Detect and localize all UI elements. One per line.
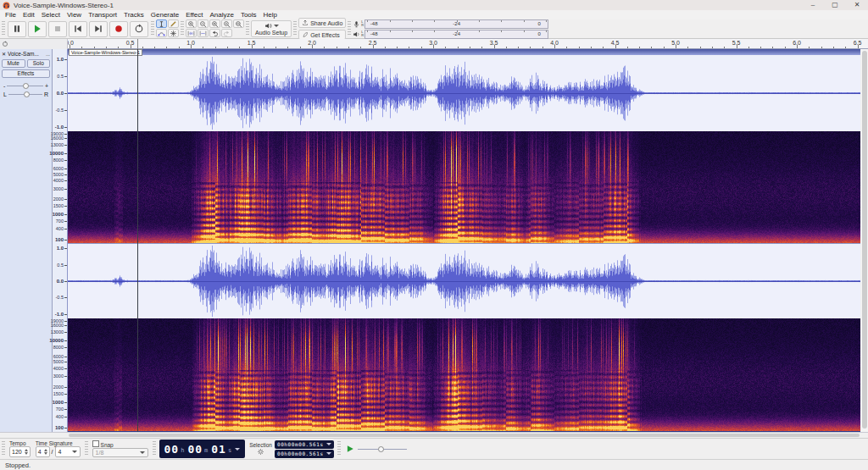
close-button[interactable]: ✕ (846, 0, 868, 10)
zoom-out-button[interactable] (198, 19, 209, 28)
beat-unit-select[interactable]: 4 (55, 446, 81, 457)
clip-name[interactable]: Voice-Sample-Windows-Stereo-1 (69, 49, 142, 56)
tools-toolbar-grip[interactable] (151, 21, 154, 36)
maximize-button[interactable]: ▢ (824, 0, 846, 10)
menu-analyze[interactable]: Analyze (206, 10, 236, 19)
tempo-down-icon[interactable] (25, 452, 28, 455)
play-speed-thumb[interactable] (378, 446, 384, 452)
edit-toolbar-grip[interactable] (181, 21, 184, 36)
beats-up-icon[interactable] (44, 449, 47, 451)
menu-file[interactable]: File (2, 10, 19, 19)
multi-tool-button[interactable] (168, 29, 179, 37)
selection-tool-button[interactable] (156, 19, 167, 28)
timeline-ruler[interactable]: 0.00.51.01.52.02.53.03.54.04.55.05.56.06… (0, 39, 868, 49)
meter-tick (412, 20, 413, 22)
snap-checkbox[interactable]: Snap (92, 440, 148, 448)
amp-tick (64, 248, 67, 249)
timeline-options[interactable] (0, 39, 68, 49)
mute-button[interactable]: Mute (2, 59, 25, 68)
vertical-scale-ruler[interactable]: 1.00.50.0-0.5-1.019000160001300010000800… (53, 49, 68, 432)
gear-icon[interactable] (257, 448, 264, 456)
share-toolbar-grip[interactable] (293, 21, 297, 36)
playback-meter-tick-label: -48 (370, 31, 378, 36)
zoom-toggle-button[interactable] (221, 19, 232, 28)
track-close-icon[interactable]: ✕ (2, 51, 6, 57)
menu-effect[interactable]: Effect (182, 10, 206, 19)
speaker-icon (353, 30, 360, 38)
gain-slider-thumb[interactable] (23, 83, 29, 89)
snap-checkbox-box[interactable] (92, 440, 99, 447)
clip-header[interactable]: Voice-Sample-Windows-Stereo-1 (68, 49, 860, 55)
horizontal-scrollbar-thumb[interactable] (69, 434, 860, 437)
pan-slider[interactable]: L R (0, 90, 52, 98)
audio-setup-button[interactable]: Audio Setup (251, 20, 292, 37)
tempo-input[interactable]: 120 (9, 446, 31, 457)
playback-meter[interactable]: LR -48-240 (353, 30, 548, 39)
time-digit-group[interactable]: 01 (211, 443, 226, 456)
time-signature-label: Time Signature (36, 440, 81, 446)
menu-tools[interactable]: Tools (237, 10, 260, 19)
transport-toolbar-grip[interactable] (2, 21, 5, 36)
silence-selection-button[interactable] (198, 29, 209, 37)
time-display-grip[interactable] (153, 441, 156, 456)
time-digit-group[interactable]: 00 (164, 443, 180, 456)
time-toolbar-grip[interactable] (2, 441, 5, 456)
play-at-speed-button[interactable] (346, 445, 354, 453)
time-digit-group[interactable]: 00 (187, 443, 203, 456)
minimize-button[interactable]: – (802, 0, 824, 10)
beats-input[interactable]: 4 (36, 446, 50, 457)
title-bar: Voice-Sample-Windows-Stereo-1 – ▢ ✕ (0, 0, 868, 10)
tempo-up-icon[interactable] (25, 449, 28, 451)
play-at-speed-grip[interactable] (337, 441, 341, 456)
menu-help[interactable]: Help (260, 10, 281, 19)
ruler-tick (833, 47, 834, 48)
selection-end-field[interactable]: 00h00m00.561s (275, 450, 334, 458)
trim-outside-selection-button[interactable] (186, 29, 197, 37)
stop-button[interactable] (48, 21, 67, 37)
solo-button[interactable]: Solo (27, 59, 51, 68)
audio-position-display[interactable]: 00h00m01s (159, 440, 246, 458)
record-button[interactable] (109, 21, 128, 37)
zoom-selection-button[interactable] (209, 19, 220, 28)
pan-slider-thumb[interactable] (24, 91, 30, 97)
menu-tracks[interactable]: Tracks (120, 10, 147, 19)
waveform-left-channel[interactable] (68, 55, 860, 131)
effects-button[interactable]: Effects (2, 69, 50, 78)
redo-button[interactable] (221, 29, 232, 37)
envelope-tool-button[interactable] (156, 29, 167, 37)
spectrogram-left-channel[interactable] (68, 131, 860, 244)
skip-to-end-button[interactable] (89, 21, 108, 37)
menu-edit[interactable]: Edit (19, 10, 38, 19)
play-speed-slider[interactable] (358, 449, 407, 450)
vertical-scrollbar-thumb[interactable] (862, 51, 867, 429)
snap-mode-select[interactable]: 1/8 (92, 448, 148, 457)
pause-button[interactable] (8, 21, 26, 37)
draw-tool-button[interactable] (168, 19, 179, 28)
recording-meter-tick-label: -48 (370, 21, 378, 26)
selection-start-field[interactable]: 00h00m00.561s (275, 440, 334, 449)
selection-start-value: 00h00m00.561s (277, 440, 324, 449)
gain-slider[interactable]: - + (0, 81, 52, 90)
undo-button[interactable] (209, 29, 220, 37)
menu-view[interactable]: View (64, 10, 85, 19)
menu-select[interactable]: Select (38, 10, 64, 19)
amp-label: 1.0 (57, 246, 64, 251)
track-menu-icon[interactable]: ... (46, 52, 50, 57)
snap-toolbar-grip[interactable] (85, 441, 88, 456)
track-name[interactable]: Voice-Sam... (8, 51, 39, 57)
recording-meter[interactable]: LR -48-240 (353, 19, 548, 29)
share-audio-button[interactable]: Share Audio (298, 18, 346, 28)
menu-generate[interactable]: Generate (147, 10, 182, 19)
menu-transport[interactable]: Transport (85, 10, 120, 19)
audio-setup-grip[interactable] (246, 21, 249, 36)
loop-button[interactable] (130, 21, 148, 37)
status-message: Stopped. (5, 462, 31, 469)
zoom-in-button[interactable] (186, 19, 197, 28)
play-button[interactable] (28, 21, 47, 37)
beats-down-icon[interactable] (44, 452, 47, 455)
meter-toolbar-grip[interactable] (348, 21, 351, 36)
spectrogram-right-channel[interactable] (68, 318, 860, 432)
waveform-right-channel[interactable] (68, 244, 860, 318)
fit-project-button[interactable] (233, 19, 244, 28)
skip-to-start-button[interactable] (69, 21, 87, 37)
